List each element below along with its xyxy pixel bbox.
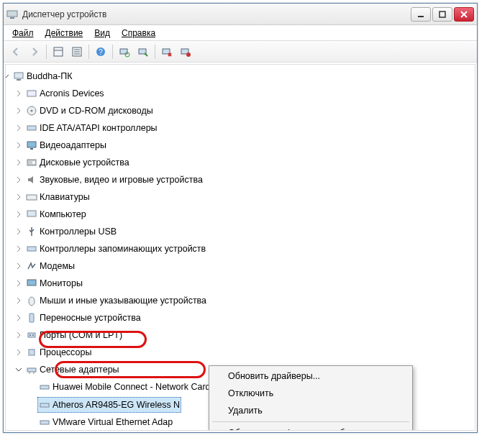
svg-rect-45	[40, 385, 49, 389]
svg-rect-35	[27, 280, 36, 285]
tree-item[interactable]: Порты (COM и LPT)	[24, 328, 124, 342]
tool-scan[interactable]	[115, 42, 134, 61]
expand-icon[interactable]	[14, 106, 22, 114]
svg-rect-29	[30, 148, 33, 150]
tree-item[interactable]: Мыши и иные указывающие устройства	[24, 293, 208, 308]
separator	[46, 45, 47, 59]
expand-icon[interactable]	[14, 210, 22, 218]
tool-update[interactable]	[134, 42, 152, 61]
expand-icon[interactable]	[14, 262, 22, 270]
collapse-icon[interactable]	[5, 72, 9, 80]
ctx-disable[interactable]: Отключить	[211, 385, 411, 402]
expand-icon[interactable]	[14, 124, 22, 132]
expand-icon[interactable]	[14, 348, 22, 356]
expand-icon[interactable]	[14, 141, 22, 149]
svg-rect-41	[29, 349, 35, 355]
tree-label: Huawei Mobile Connect - Network Card #2	[53, 380, 223, 394]
ctx-update-drivers[interactable]: Обновить драйверы...	[211, 367, 411, 385]
minimize-button[interactable]	[411, 7, 431, 22]
tree-label: Дисковые устройства	[40, 155, 129, 170]
ctx-label: Отключить	[228, 388, 273, 398]
tree-item-selected[interactable]: Atheros AR9485-EG Wireless N	[37, 397, 181, 413]
maximize-button[interactable]	[432, 7, 452, 22]
expand-icon[interactable]	[14, 296, 22, 304]
tree-item[interactable]: Переносные устройства	[24, 311, 142, 325]
computer-icon	[13, 70, 24, 82]
tree-item[interactable]: Контроллеры запоминающих устройств	[24, 242, 207, 256]
expand-icon[interactable]	[14, 158, 22, 166]
tool-forward	[25, 42, 44, 61]
toolbar: ?	[4, 41, 477, 63]
svg-rect-28	[27, 142, 36, 147]
tree-label: Atheros AR9485-EG Wireless N	[53, 398, 180, 412]
tree-item[interactable]: Acronis Devices	[24, 86, 106, 101]
collapse-icon[interactable]	[14, 365, 22, 373]
network-icon	[39, 381, 50, 393]
tree-root[interactable]: Buddha-ПК	[12, 69, 74, 83]
monitor-icon	[26, 278, 37, 289]
tree-item[interactable]: DVD и CD-ROM дисководы	[24, 104, 155, 118]
display-icon	[26, 140, 37, 151]
expand-icon[interactable]	[14, 175, 22, 183]
separator	[212, 421, 409, 422]
svg-rect-1	[10, 17, 14, 19]
tree-item[interactable]: Процессоры	[24, 345, 93, 360]
tree-label: VMware Virtual Ethernet Adap	[53, 415, 173, 429]
svg-rect-27	[27, 126, 36, 130]
expand-icon[interactable]	[14, 314, 22, 321]
tree-item[interactable]: VMware Virtual Ethernet Adap	[37, 415, 174, 429]
menu-file[interactable]: Файл	[6, 27, 40, 40]
expand-icon[interactable]	[14, 279, 22, 287]
tree-item-network-adapters[interactable]: Сетевые адаптеры	[24, 362, 121, 377]
tree-item[interactable]: Компьютер	[24, 207, 88, 221]
tree-item[interactable]: Звуковые, видео и игровые устройства	[24, 173, 204, 187]
network-icon	[39, 399, 50, 411]
svg-rect-34	[27, 247, 36, 251]
tool-list[interactable]	[68, 42, 86, 61]
tree-item[interactable]: Модемы	[24, 259, 76, 273]
tree-label: Переносные устройства	[40, 311, 141, 325]
expand-icon[interactable]	[14, 89, 22, 97]
tool-help[interactable]: ?	[91, 42, 110, 61]
tree-item[interactable]: Видеоадаптеры	[24, 138, 108, 152]
titlebar: Диспетчер устройств	[4, 4, 477, 25]
tree-item[interactable]: Дисковые устройства	[24, 155, 131, 170]
tree-label: Контроллеры запоминающих устройств	[40, 242, 206, 256]
keyboard-icon	[26, 191, 37, 203]
expand-icon[interactable]	[14, 193, 22, 201]
expand-icon[interactable]	[14, 227, 22, 235]
tree-item[interactable]: IDE ATA/ATAPI контроллеры	[24, 121, 159, 135]
tree-label: Видеоадаптеры	[40, 138, 106, 152]
svg-rect-23	[17, 79, 21, 81]
ctx-delete[interactable]: Удалить	[211, 402, 411, 419]
menu-action[interactable]: Действие	[40, 27, 89, 40]
ctx-rescan[interactable]: Обновить конфигурацию оборудования	[211, 424, 411, 431]
mouse-icon	[26, 295, 37, 306]
ctx-label: Обновить драйверы...	[228, 371, 320, 381]
expand-icon[interactable]	[14, 244, 22, 252]
tool-back	[6, 42, 25, 61]
separator	[112, 45, 113, 59]
tool-uninstall[interactable]	[158, 42, 176, 61]
device-tree[interactable]: Buddha-ПК Acronis Devices DVD и CD-ROM д…	[5, 64, 475, 431]
svg-rect-47	[40, 421, 49, 424]
tree-item[interactable]: Huawei Mobile Connect - Network Card #2	[37, 380, 224, 394]
tree-label: Модемы	[40, 259, 75, 273]
menu-help[interactable]: Справка	[116, 27, 161, 40]
tree-label: Сетевые адаптеры	[40, 362, 119, 377]
tool-disable[interactable]	[176, 42, 195, 61]
close-button[interactable]	[454, 7, 474, 22]
expand-icon[interactable]	[14, 331, 22, 339]
tree-item[interactable]: Клавиатуры	[24, 190, 91, 204]
tree-label: Процессоры	[40, 345, 91, 360]
tool-detail[interactable]	[49, 42, 68, 61]
cpu-icon	[26, 347, 37, 358]
tree-item[interactable]: Контроллеры USB	[24, 224, 118, 239]
tree-label: Звуковые, видео и игровые устройства	[40, 173, 203, 187]
modem-icon	[26, 260, 37, 272]
portable-icon	[26, 312, 37, 324]
port-icon	[26, 329, 37, 341]
tree-item[interactable]: Мониторы	[24, 276, 84, 291]
menu-view[interactable]: Вид	[88, 27, 116, 40]
ctx-label: Удалить	[228, 406, 263, 416]
